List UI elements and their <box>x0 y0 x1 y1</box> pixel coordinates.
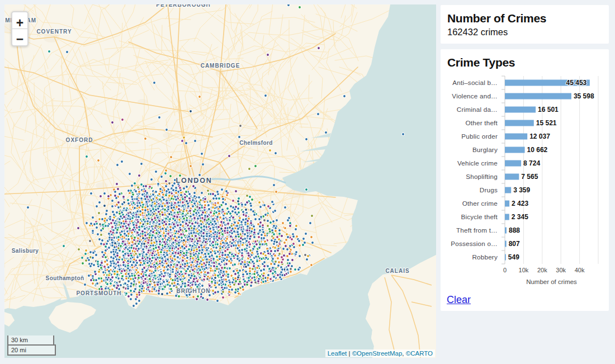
svg-text:CALAIS: CALAIS <box>385 268 409 274</box>
svg-text:Theft from t…: Theft from t… <box>456 226 498 234</box>
svg-text:8 724: 8 724 <box>523 159 540 167</box>
svg-text:Possession o…: Possession o… <box>451 240 498 247</box>
svg-text:BRIGHTON: BRIGHTON <box>176 288 210 294</box>
svg-text:Robbery: Robbery <box>472 253 498 261</box>
svg-text:888: 888 <box>509 226 520 234</box>
svg-text:Anti–social b…: Anti–social b… <box>452 79 498 86</box>
svg-text:10 662: 10 662 <box>527 146 548 154</box>
svg-text:Other crime: Other crime <box>462 200 498 207</box>
svg-text:COVENTRY: COVENTRY <box>36 29 72 35</box>
svg-text:2 345: 2 345 <box>512 213 528 221</box>
svg-text:Number of crimes: Number of crimes <box>526 278 577 285</box>
svg-text:35 598: 35 598 <box>574 92 594 100</box>
svg-text:Drugs: Drugs <box>480 186 498 193</box>
svg-text:7 565: 7 565 <box>521 173 538 181</box>
svg-text:Shoplifting: Shoplifting <box>466 173 498 180</box>
svg-text:Salisbury: Salisbury <box>12 248 39 254</box>
svg-text:Other theft: Other theft <box>466 119 498 126</box>
svg-text:12 037: 12 037 <box>529 133 550 140</box>
svg-text:Chelmsford: Chelmsford <box>239 140 273 146</box>
svg-text:LONDON: LONDON <box>176 177 212 185</box>
svg-text:Crime Types: Crime Types <box>447 56 515 69</box>
svg-text:16 501: 16 501 <box>538 106 559 114</box>
svg-text:PORTSMOUTH: PORTSMOUTH <box>76 290 121 296</box>
svg-text:Criminal da…: Criminal da… <box>457 106 498 113</box>
svg-text:PETERBOROUGH: PETERBOROUGH <box>156 4 211 8</box>
svg-text:10k: 10k <box>519 267 529 273</box>
svg-text:807: 807 <box>509 240 520 248</box>
svg-text:0: 0 <box>503 267 507 273</box>
svg-text:45 453: 45 453 <box>566 79 587 87</box>
svg-text:30k: 30k <box>556 267 566 273</box>
svg-text:Burglary: Burglary <box>472 146 498 153</box>
svg-text:Violence and…: Violence and… <box>452 92 498 100</box>
svg-text:20k: 20k <box>537 267 547 273</box>
svg-text:15 521: 15 521 <box>536 119 557 127</box>
svg-text:OXFORD: OXFORD <box>66 137 93 143</box>
svg-text:2 423: 2 423 <box>512 200 528 207</box>
svg-text:Bicycle theft: Bicycle theft <box>461 213 498 220</box>
svg-text:Public order: Public order <box>461 133 498 140</box>
svg-text:Vehicle crime: Vehicle crime <box>457 159 498 167</box>
svg-text:40k: 40k <box>575 267 585 273</box>
svg-text:Southampton: Southampton <box>46 275 84 281</box>
svg-text:CAMBRIDGE: CAMBRIDGE <box>201 63 240 69</box>
svg-text:3 359: 3 359 <box>513 186 530 194</box>
svg-text:549: 549 <box>508 253 519 261</box>
